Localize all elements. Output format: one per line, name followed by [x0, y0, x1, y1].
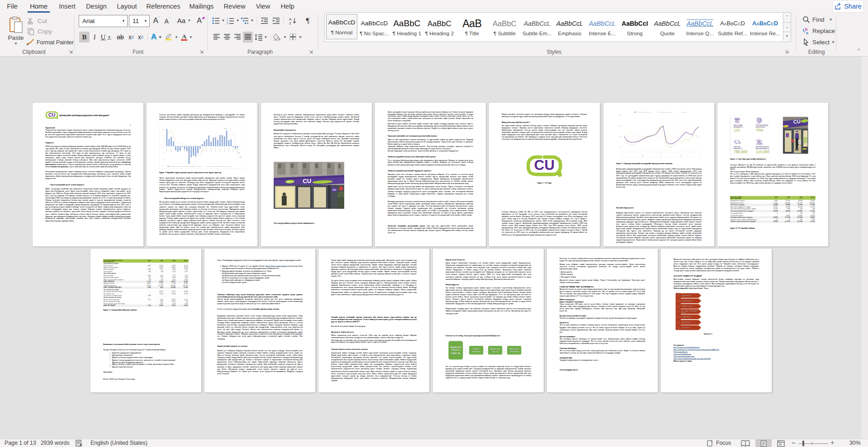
- svg-text:Z: Z: [289, 21, 291, 24]
- svg-text:2020: 2020: [642, 155, 644, 156]
- svg-text:CU: CU: [534, 157, 555, 173]
- svg-text:Түймэлдэглэгчдийн тоо: Түймэлдэглэгчдийн тоо: [660, 112, 672, 113]
- svg-text:6: 6: [640, 152, 641, 153]
- svg-text:1: 1: [624, 152, 625, 153]
- svg-text:8: 8: [685, 152, 686, 153]
- svg-text:150 %: 150 %: [619, 125, 622, 127]
- svg-text:11: 11: [695, 152, 696, 153]
- svg-text:CU: CU: [332, 188, 336, 191]
- svg-text:3: 3: [630, 152, 631, 153]
- svg-text:CU: CU: [303, 178, 312, 185]
- svg-text:4: 4: [634, 152, 635, 153]
- svg-text:100 %: 100 %: [619, 136, 622, 137]
- svg-text:A: A: [289, 17, 292, 21]
- svg-text:5: 5: [637, 152, 638, 153]
- svg-text:8: 8: [646, 152, 647, 153]
- svg-text:1: 1: [663, 152, 664, 153]
- svg-text:6: 6: [679, 152, 680, 153]
- svg-text:2: 2: [627, 152, 628, 153]
- svg-text:Сагсны дүн: Сагсны дүн: [681, 112, 686, 113]
- svg-text:7: 7: [643, 152, 644, 153]
- svg-text:Өрхийн сарын дундаж зарлагын ө: Өрхийн сарын дундаж зарлагын өмнөх оны м…: [207, 166, 232, 167]
- svg-text:12: 12: [698, 152, 700, 153]
- svg-text:4: 4: [673, 152, 674, 153]
- svg-text:Өрхийн сарын дундаж орлогын өм: Өрхийн сарын дундаж орлогын өмнөх оны мө…: [170, 166, 201, 167]
- svg-text:c: c: [806, 31, 808, 35]
- svg-text:7: 7: [682, 152, 683, 153]
- svg-text:9: 9: [689, 152, 690, 153]
- svg-text:12: 12: [659, 152, 660, 153]
- svg-text:CU: CU: [798, 141, 801, 143]
- svg-text:11: 11: [656, 152, 657, 153]
- svg-text:10: 10: [692, 152, 693, 153]
- svg-text:Nice to: Nice to: [287, 180, 293, 183]
- svg-text:9: 9: [650, 152, 650, 153]
- svg-text:10: 10: [653, 152, 654, 153]
- svg-text:3: 3: [227, 22, 228, 24]
- svg-text:5: 5: [676, 152, 677, 153]
- svg-text:200 %: 200 %: [619, 114, 622, 116]
- svg-text:2: 2: [666, 152, 667, 153]
- svg-text:CU: CU: [793, 118, 801, 125]
- svg-text:2021: 2021: [680, 155, 682, 156]
- svg-text:3: 3: [669, 152, 670, 153]
- svg-text:CU: CU: [48, 112, 56, 118]
- svg-text:Хүрэлцэх дундаж борлуулалт: Хүрэлцэх дундаж борлуулалт: [637, 112, 651, 113]
- svg-text:50 %: 50 %: [620, 146, 622, 148]
